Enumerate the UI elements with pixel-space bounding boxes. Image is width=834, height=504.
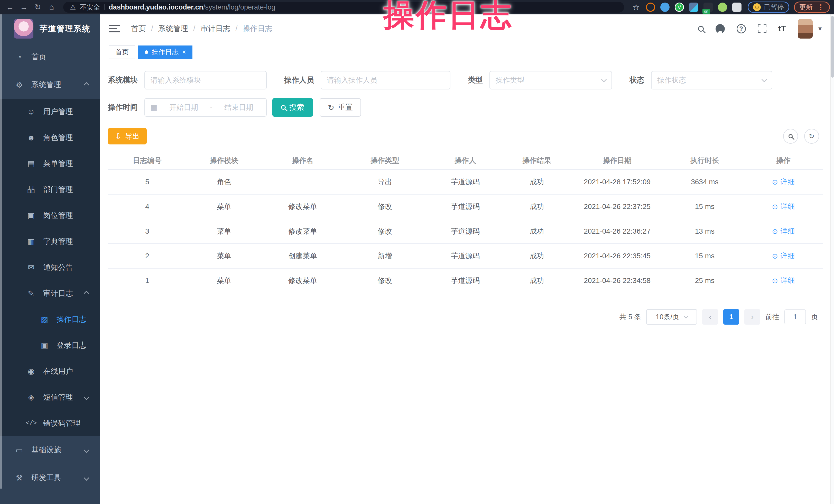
export-button[interactable]: ⇩ 导出 (108, 128, 147, 145)
date-range-picker[interactable]: ▦ 开始日期 - 结束日期 (145, 98, 267, 117)
type-label: 类型 (468, 75, 483, 85)
sidebar-item-label: 在线用户 (43, 366, 73, 376)
user-avatar[interactable] (798, 19, 813, 39)
prev-page-button[interactable]: ‹ (702, 309, 718, 325)
tab-close-icon[interactable]: × (182, 48, 186, 56)
page-size-select[interactable]: 10条/页 (646, 309, 697, 325)
app-logo (14, 19, 34, 39)
sidebar-item[interactable]: ☺用户管理 (0, 99, 100, 125)
bookmark-star-icon[interactable]: ☆ (632, 2, 640, 12)
address-bar[interactable]: ⚠ 不安全 dashboard.yudao.iocoder.cn/system/… (63, 2, 624, 13)
total-count: 共 5 条 (619, 312, 641, 322)
module-label: 系统模块 (108, 75, 138, 85)
breadcrumb-item[interactable]: 首页 (131, 24, 146, 34)
detail-link[interactable]: ⊙详细 (772, 276, 795, 286)
sidebar-item[interactable]: ✉通知公告 (0, 255, 100, 280)
app-logo-row[interactable]: 芋道管理系统 (0, 15, 100, 43)
status-select[interactable]: 操作状态 (651, 71, 772, 89)
sidebar: 芋道管理系统 ◔首页⚙系统管理☺用户管理☻角色管理▤菜单管理品部门管理▣岗位管理… (0, 15, 100, 504)
detail-link[interactable]: ⊙详细 (772, 202, 795, 212)
menu-icon: </> (26, 420, 37, 426)
sidebar-item[interactable]: ✎审计日志 (0, 280, 100, 306)
filter-module: 系统模块 (108, 71, 267, 89)
sidebar-scrollbar[interactable] (0, 15, 2, 488)
extension-icon[interactable] (689, 3, 698, 12)
goto-page-input[interactable] (784, 309, 806, 324)
page-button[interactable]: 1 (723, 309, 739, 325)
sidebar-item[interactable]: ◔首页 (0, 43, 100, 71)
refresh-icon: ↻ (328, 103, 334, 112)
sidebar-item-label: 短信管理 (43, 392, 73, 402)
extension-icon[interactable]: V (675, 3, 684, 12)
sidebar-item[interactable]: ⚙系统管理 (0, 71, 100, 99)
table-row: 1菜单修改菜单修改芋道源码成功2021-04-26 22:34:5825 ms⊙… (108, 268, 823, 293)
chevron-down-icon[interactable]: ▾ (818, 25, 822, 32)
breadcrumb-item[interactable]: 系统管理 (158, 24, 188, 34)
table-cell: ⊙详细 (744, 219, 823, 244)
next-page-button[interactable]: › (744, 309, 760, 325)
detail-link[interactable]: ⊙详细 (772, 177, 795, 187)
table-cell: 25 ms (665, 268, 744, 293)
scrollbar-thumb[interactable] (831, 16, 834, 78)
sidebar-item[interactable]: 品部门管理 (0, 177, 100, 202)
github-icon[interactable] (716, 24, 725, 34)
table-cell: 修改 (344, 268, 426, 293)
refresh-button[interactable]: ↻ (804, 129, 819, 144)
fullscreen-icon[interactable] (758, 24, 766, 33)
sidebar-item[interactable]: ▨操作日志 (0, 306, 100, 332)
menu-icon: ▣ (39, 341, 50, 350)
extension-icon[interactable] (646, 3, 655, 12)
help-icon[interactable]: ? (737, 24, 746, 34)
table-cell: 菜单 (186, 244, 262, 268)
detail-link[interactable]: ⊙详细 (772, 226, 795, 236)
back-icon[interactable]: ← (4, 0, 16, 15)
sidebar-item[interactable]: ▣登录日志 (0, 332, 100, 358)
update-label: 更新 (799, 3, 813, 12)
end-date-placeholder: 结束日期 (217, 103, 261, 112)
font-size-icon[interactable]: tT (778, 24, 786, 34)
table-header-cell: 操作名 (262, 152, 344, 170)
sidebar-item[interactable]: ◈短信管理 (0, 384, 100, 410)
module-input[interactable] (151, 76, 261, 84)
url-path: /system/log/operate-log (203, 3, 276, 11)
sidebar-item[interactable]: ▣岗位管理 (0, 202, 100, 228)
show-search-button[interactable] (783, 129, 798, 144)
home-icon[interactable]: ⌂ (46, 0, 58, 15)
forward-icon[interactable]: → (18, 0, 30, 15)
sidebar-item[interactable]: ▤菜单管理 (0, 151, 100, 177)
tab[interactable]: 首页 (109, 45, 135, 59)
operator-input[interactable] (327, 76, 444, 84)
reload-icon[interactable]: ↻ (32, 0, 44, 15)
reset-button[interactable]: ↻ 重置 (320, 98, 361, 117)
extension-icon[interactable]: on (703, 3, 713, 12)
browser-update-chip[interactable]: 更新 ⋮ (794, 2, 830, 13)
detail-link[interactable]: ⊙详细 (772, 251, 795, 261)
sidebar-item[interactable]: </>错误码管理 (0, 410, 100, 436)
sidebar-item[interactable]: ⚒研发工具 (0, 464, 100, 492)
table-cell: 13 ms (665, 219, 744, 244)
sidebar-item[interactable]: ◉在线用户 (0, 358, 100, 384)
download-icon: ⇩ (115, 132, 122, 141)
browser-menu-icon[interactable]: ⋮ (817, 3, 825, 12)
page-scrollbar[interactable] (830, 15, 834, 504)
table-cell: 创建菜单 (262, 244, 344, 268)
extensions-puzzle-icon[interactable] (732, 3, 742, 12)
filter-row: 操作时间 ▦ 开始日期 - 结束日期 搜索 ↻ 重置 (108, 98, 823, 117)
profile-paused-chip[interactable]: ☺ 已暂停 (748, 2, 789, 13)
sidebar-item[interactable]: ☻角色管理 (0, 125, 100, 151)
sidebar-item[interactable]: ▥字典管理 (0, 228, 100, 255)
table-header-row: 日志编号操作模块操作名操作类型操作人操作结果操作日期执行时长操作 (108, 152, 823, 170)
eye-icon: ⊙ (772, 202, 778, 211)
extension-icon[interactable] (660, 3, 670, 12)
type-select[interactable]: 操作类型 (489, 71, 612, 89)
search-icon[interactable] (698, 26, 704, 31)
sidebar-item[interactable]: ▭基础设施 (0, 436, 100, 464)
menu-icon: ▣ (26, 211, 37, 220)
detail-link-label: 详细 (781, 202, 795, 212)
tab[interactable]: 操作日志× (138, 45, 193, 59)
search-button[interactable]: 搜索 (272, 98, 313, 117)
extension-icon[interactable] (718, 3, 727, 12)
breadcrumb-item[interactable]: 审计日志 (200, 24, 230, 34)
sidebar-collapse-icon[interactable] (109, 23, 120, 35)
calendar-icon: ▦ (151, 103, 157, 112)
